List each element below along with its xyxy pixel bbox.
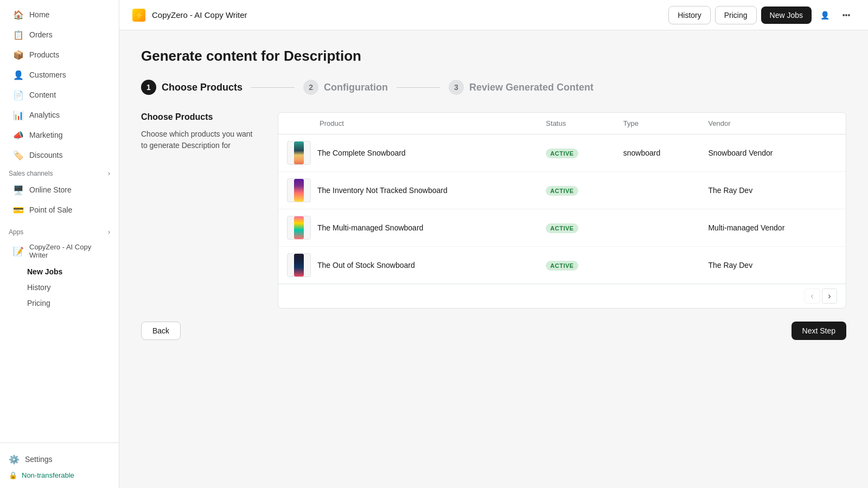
topbar-title: CopyZero - AI Copy Writer [152,10,662,20]
apps-label: Apps [9,228,23,236]
status-badge-1: ACTIVE [546,186,578,196]
sidebar-subitem-history[interactable]: History [23,280,114,295]
apps-chevron: › [108,228,110,236]
product-cell-0: The Complete Snowboard [278,134,537,172]
sidebar-item-customers[interactable]: 👤Customers [4,65,114,85]
sidebar-item-online-store[interactable]: 🖥️Online Store [4,180,114,200]
product-type-3 [615,247,700,284]
discounts-icon: 🏷️ [13,150,24,160]
sidebar-subitem-label-pricing: Pricing [27,299,50,307]
step-3: 3 Review Generated Content [449,80,593,95]
products-icon: 📦 [13,49,24,60]
table-row[interactable]: The Inventory Not Tracked Snowboard ACTI… [278,172,846,209]
sidebar-item-label-analytics: Analytics [29,111,60,119]
sidebar-item-label-content: Content [29,91,56,99]
th-type: Type [615,113,700,134]
sidebar-item-orders[interactable]: 📋Orders [4,25,114,44]
sidebar-subitem-label-new-jobs: New Jobs [27,267,62,276]
sidebar-item-label-orders: Orders [29,30,53,39]
product-board-2 [294,216,304,239]
sidebar-item-label-products: Products [29,50,59,59]
next-step-button[interactable]: Next Step [792,322,846,340]
left-panel: Choose Products Choose which products yo… [141,112,260,309]
status-badge-3: ACTIVE [546,261,578,271]
pagination-prev[interactable]: ‹ [805,288,820,304]
bottom-actions: Back Next Step [141,322,846,340]
customers-icon: 👤 [13,69,24,80]
th-status: Status [537,113,614,134]
step-1-number: 1 [141,80,156,95]
left-panel-title: Choose Products [141,112,260,122]
product-cell-2: The Multi-managed Snowboard [278,209,537,247]
user-icon[interactable]: 👤 [816,7,833,24]
product-name-1: The Inventory Not Tracked Snowboard [317,186,448,195]
step-3-number: 3 [449,80,464,95]
step-3-label: Review Generated Content [469,82,593,93]
product-status-3: ACTIVE [537,247,614,284]
history-button[interactable]: History [668,6,711,24]
home-icon: 🏠 [13,9,24,20]
sidebar-item-label-copyzero: CopyZero - AI Copy Writer [29,243,106,259]
main-area: ⚡ CopyZero - AI Copy Writer History Pric… [119,0,868,488]
point-of-sale-icon: 💳 [13,204,24,215]
th-vendor: Vendor [699,113,846,134]
table-row[interactable]: The Multi-managed Snowboard ACTIVEMulti-… [278,209,846,247]
sidebar-subitem-pricing[interactable]: Pricing [23,296,114,311]
table-footer: ‹ › [278,284,846,308]
product-board-0 [294,142,304,164]
sidebar-item-analytics[interactable]: 📊Analytics [4,105,114,125]
sidebar-item-copyzero[interactable]: 📝CopyZero - AI Copy Writer [4,239,114,264]
status-badge-0: ACTIVE [546,149,578,158]
product-cell-3: The Out of Stock Snowboard [278,247,537,284]
sidebar-item-home[interactable]: 🏠Home [4,5,114,24]
settings-label: Settings [25,455,53,464]
sidebar: 🏠Home📋Orders📦Products👤Customers📄Content📊… [0,0,119,488]
product-type-2 [615,209,700,247]
product-img-1 [287,178,311,202]
sidebar-nav: 🏠Home📋Orders📦Products👤Customers📄Content📊… [0,0,119,442]
status-badge-2: ACTIVE [546,223,578,233]
sidebar-item-label-customers: Customers [29,70,66,79]
sidebar-item-discounts[interactable]: 🏷️Discounts [4,145,114,165]
sidebar-item-label-online-store: Online Store [29,185,72,194]
product-name-3: The Out of Stock Snowboard [317,261,415,269]
step-2: 2 Configuration [303,80,388,95]
table-header: ProductStatusTypeVendor [278,113,846,134]
table-body: The Complete Snowboard ACTIVEsnowboardSn… [278,134,846,284]
left-panel-description: Choose which products you want to genera… [141,129,260,151]
orders-icon: 📋 [13,29,24,40]
pricing-button[interactable]: Pricing [715,6,757,24]
page-title: Generate content for Description [141,48,361,65]
sidebar-item-products[interactable]: 📦Products [4,45,114,65]
table-row[interactable]: The Out of Stock Snowboard ACTIVEThe Ray… [278,247,846,284]
non-transferable[interactable]: 🔒 Non-transferable [9,469,110,481]
more-icon[interactable]: ••• [838,7,855,24]
sidebar-item-marketing[interactable]: 📣Marketing [4,125,114,145]
step-connector-1 [251,87,295,88]
sidebar-subitem-new-jobs[interactable]: New Jobs [23,264,114,279]
product-vendor-2: Multi-managed Vendor [699,209,846,247]
sales-channels-chevron: › [108,170,110,177]
product-status-0: ACTIVE [537,134,614,172]
sidebar-item-label-marketing: Marketing [29,131,62,139]
product-name-0: The Complete Snowboard [317,149,406,157]
sidebar-item-point-of-sale[interactable]: 💳Point of Sale [4,200,114,220]
sidebar-subitem-label-history: History [27,283,51,292]
product-name-2: The Multi-managed Snowboard [317,223,423,232]
non-transferable-icon: 🔒 [9,471,17,479]
back-button[interactable]: Back [141,322,181,340]
sidebar-item-label-discounts: Discounts [29,151,62,159]
sidebar-item-content[interactable]: 📄Content [4,85,114,105]
steps-indicator: 1 Choose Products 2 Configuration 3 Revi… [141,80,846,95]
settings-item[interactable]: ⚙️ Settings [9,450,110,469]
product-vendor-0: Snowboard Vendor [699,134,846,172]
step-1-label: Choose Products [162,82,242,93]
product-img-0 [287,141,311,165]
page-header: Generate content for Description [141,48,846,65]
table-row[interactable]: The Complete Snowboard ACTIVEsnowboardSn… [278,134,846,172]
product-cell-1: The Inventory Not Tracked Snowboard [278,172,537,209]
pagination-next[interactable]: › [822,288,837,304]
sidebar-item-label-home: Home [29,10,49,19]
step-2-number: 2 [303,80,318,95]
new-jobs-button[interactable]: New Jobs [761,7,812,24]
